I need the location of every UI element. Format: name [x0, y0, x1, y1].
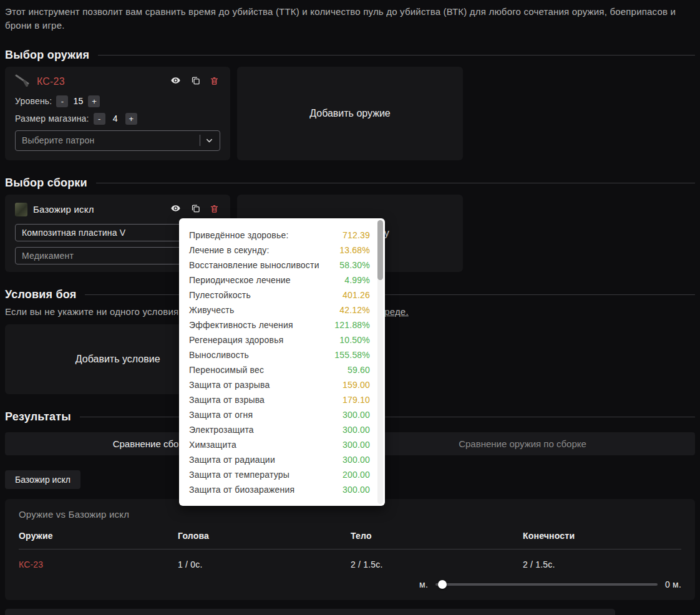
stat-row: Химзащита300.00	[189, 437, 370, 452]
stat-label: Периодическое лечение	[189, 275, 291, 285]
stat-label: Восстановление выносливости	[189, 260, 319, 270]
build-name: Базожир искл	[33, 204, 94, 215]
stat-row: Приведённое здоровье:712.39	[189, 228, 370, 243]
stat-value: 300.00	[343, 410, 370, 420]
stat-row: Защита от радиации300.00	[189, 452, 370, 467]
stat-label: Эффективность лечения	[189, 320, 293, 330]
stat-row: Выносливость155.58%	[189, 347, 370, 362]
stat-row: Защита от взрыва179.10	[189, 392, 370, 407]
weapon-card-header: КС-23	[15, 74, 220, 89]
divider	[98, 55, 695, 56]
level-value: 15	[72, 96, 84, 106]
results-table: Оружие Голова Тело Конечности КС-23 1 / …	[19, 531, 681, 569]
delete-build-button[interactable]	[208, 202, 220, 217]
stat-label: Выносливость	[189, 350, 249, 360]
stat-value: 300.00	[343, 425, 370, 435]
tooltip-scrollbar-thumb[interactable]	[377, 220, 383, 280]
add-weapon-label: Добавить оружие	[309, 108, 391, 119]
trash-icon	[210, 203, 219, 216]
divider	[96, 183, 695, 183]
build-chip[interactable]: Базожир искл	[5, 470, 80, 489]
copy-icon	[191, 203, 200, 215]
level-decrement-button[interactable]: -	[56, 95, 68, 107]
stat-label: Электрозащита	[189, 425, 254, 435]
stat-value: 4.99%	[344, 275, 370, 285]
stat-value: 155.58%	[334, 350, 370, 360]
stat-label: Лечение в секунду:	[189, 245, 270, 255]
visibility-toggle-button[interactable]	[168, 74, 183, 89]
stat-row: Живучесть42.12%	[189, 303, 370, 317]
duplicate-button[interactable]	[190, 202, 202, 216]
stat-label: Химзащита	[189, 440, 236, 450]
level-field: Уровень: - 15 +	[15, 95, 220, 107]
magazine-decrement-button[interactable]: -	[94, 113, 105, 125]
table-cell-limbs: 2 / 1.5с.	[523, 550, 681, 569]
stat-label: Защита от температуры	[189, 470, 289, 480]
intro-text: Этот инструмент позволит вам сравнить вр…	[5, 5, 695, 32]
table-cell-head: 1 / 0с.	[178, 550, 351, 569]
add-weapon-button[interactable]: Добавить оружие	[237, 67, 462, 160]
stat-value: 401.26	[343, 290, 370, 300]
weapon-thumbnail-icon	[15, 74, 31, 89]
stat-row: Электрозащита300.00	[189, 422, 370, 437]
tooltip-scrollbar[interactable]	[377, 220, 383, 504]
slider-right-label: 0 м.	[665, 579, 681, 589]
stat-row: Защита от биозаражения300.00	[189, 482, 370, 497]
section-builds-title: Выбор сборки	[5, 177, 87, 190]
stat-label: Защита от взрыва	[189, 395, 265, 405]
slider-handle[interactable]	[438, 580, 447, 589]
magazine-value: 4	[110, 114, 121, 123]
stat-value: 200.00	[343, 470, 370, 480]
divider	[85, 294, 695, 295]
trash-icon	[210, 75, 219, 88]
weapons-row: КС-23 Урове	[5, 67, 695, 160]
magazine-field: Размер магазина: - 4 +	[15, 113, 220, 125]
section-builds-header: Выбор сборки	[5, 177, 695, 190]
section-results-title: Результаты	[5, 410, 71, 424]
visibility-toggle-button[interactable]	[168, 202, 183, 216]
stat-label: Защита от радиации	[189, 455, 275, 465]
results-panel-title: Оружие vs Базожир искл	[19, 509, 681, 520]
stat-label: Защита от огня	[189, 410, 253, 420]
stat-row: Восстановление выносливости58.30%	[189, 258, 370, 273]
section-weapons-header: Выбор оружия	[5, 49, 695, 62]
section-weapons-title: Выбор оружия	[5, 49, 89, 62]
magazine-increment-button[interactable]: +	[125, 113, 137, 125]
divider	[80, 417, 695, 417]
eye-icon	[170, 75, 182, 87]
stat-value: 179.10	[343, 395, 370, 405]
tab-weapons-by-build[interactable]: Сравнение оружия по сборке	[350, 432, 695, 455]
slider-left-label: м.	[419, 579, 428, 589]
stat-value: 712.39	[343, 230, 370, 240]
stat-row: Переносимый вес59.60	[189, 362, 370, 377]
weapon-card: КС-23 Урове	[5, 67, 230, 160]
stat-label: Пулестойкость	[189, 290, 251, 300]
table-cell-body: 2 / 1.5с.	[351, 550, 523, 569]
stat-value: 300.00	[343, 440, 370, 450]
column-header-head: Голова	[178, 531, 351, 550]
delete-weapon-button[interactable]	[208, 74, 220, 89]
stat-value: 300.00	[343, 485, 370, 495]
stat-row: Периодическое лечение4.99%	[189, 273, 370, 288]
armor-thumbnail-icon	[15, 203, 27, 216]
stat-value: 42.12%	[339, 305, 370, 315]
duplicate-button[interactable]	[190, 74, 202, 89]
stat-row: Защита от температуры200.00	[189, 467, 370, 482]
level-increment-button[interactable]: +	[88, 95, 100, 107]
copy-icon	[191, 75, 200, 87]
stat-value: 13.68%	[339, 245, 370, 255]
distance-slider[interactable]	[435, 583, 658, 586]
stat-row: Эффективность лечения121.88%	[189, 317, 370, 332]
select-affordance	[200, 131, 220, 150]
ammo-select[interactable]: Выберите патрон	[15, 130, 220, 151]
stat-label: Защита от биозаражения	[189, 485, 294, 495]
ammo-select-placeholder: Выберите патрон	[22, 135, 94, 145]
build-card-header: Базожир искл	[15, 202, 220, 217]
stat-row: Пулестойкость401.26	[189, 288, 370, 303]
eye-icon	[170, 203, 182, 215]
armor-select-value: Композитная пластина V	[22, 228, 125, 238]
stat-label: Защита от разрыва	[189, 380, 270, 390]
medkit-select-placeholder: Медикамент	[22, 251, 74, 261]
stat-row: Защита от огня300.00	[189, 407, 370, 422]
build-stats-tooltip: Приведённое здоровье:712.39 Лечение в се…	[179, 218, 385, 506]
